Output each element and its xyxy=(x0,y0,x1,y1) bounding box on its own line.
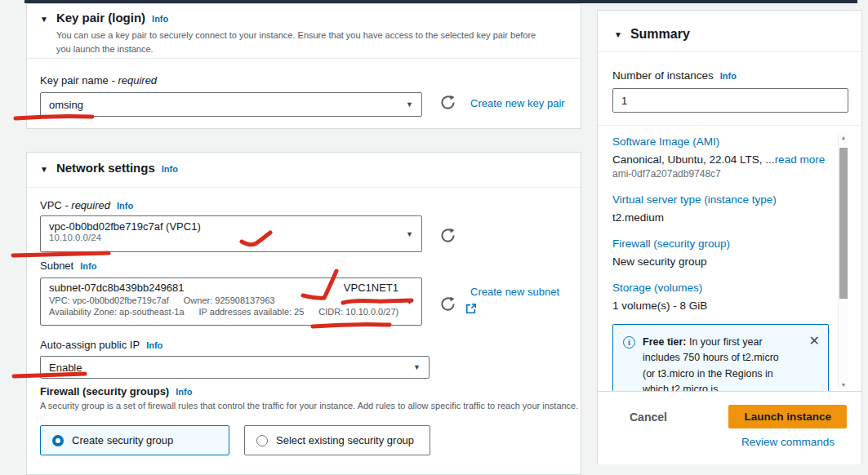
info-icon: i xyxy=(623,336,635,348)
divider xyxy=(27,187,581,188)
subnet-meta-row2: Availability Zone: ap-southeast-1aIP add… xyxy=(49,307,421,317)
subnet-id: subnet-07dc8b439bb249681 xyxy=(49,282,185,294)
divider xyxy=(27,58,581,59)
create-security-group-label: Create security group xyxy=(72,434,173,446)
summary-scrollbar[interactable]: ▲ ▼ xyxy=(838,133,848,389)
ami-value: Canonical, Ubuntu, 22.04 LTS, ...read mo… xyxy=(612,153,829,166)
key-pair-title: Key pair (login) xyxy=(56,11,145,24)
scrollbar-thumb[interactable] xyxy=(839,148,848,299)
create-new-key-pair-link[interactable]: Create new key pair xyxy=(470,97,565,109)
firewall-description: A security group is a set of firewall ru… xyxy=(40,399,579,413)
vpc-cidr: 10.10.0.0/24 xyxy=(49,233,421,242)
auto-assign-ip-select[interactable]: Enable ▼ xyxy=(40,356,430,379)
read-more-link[interactable]: read more xyxy=(775,153,826,166)
network-settings-info-link[interactable]: Info xyxy=(162,164,178,174)
collapse-triangle-icon[interactable]: ▼ xyxy=(614,30,622,39)
external-link-icon[interactable] xyxy=(465,303,477,317)
key-pair-info-link[interactable]: Info xyxy=(152,14,168,24)
key-pair-name-label: Key pair name - required xyxy=(40,74,157,87)
key-pair-section: ▼Key pair (login)Info You can use a key … xyxy=(26,3,581,129)
chevron-down-icon: ▼ xyxy=(406,230,413,238)
create-new-subnet-link[interactable]: Create new subnet xyxy=(470,286,559,298)
key-pair-selected-value: omsing xyxy=(49,99,83,111)
radio-selected-icon xyxy=(52,435,64,446)
ami-id: ami-0df7a207adb9748c7 xyxy=(612,168,829,180)
key-pair-select[interactable]: omsing ▼ xyxy=(40,92,422,117)
firewall-summary-value: New security group xyxy=(612,255,829,268)
summary-scroll-area: Software Image (AMI) Canonical, Ubuntu, … xyxy=(598,127,861,391)
storage-value: 1 volume(s) - 8 GiB xyxy=(612,300,829,312)
key-pair-description: You can use a key pair to securely conne… xyxy=(56,29,540,56)
firewall-summary-link[interactable]: Firewall (security group) xyxy=(612,238,829,250)
collapse-triangle-icon[interactable]: ▼ xyxy=(40,15,48,24)
launch-instance-button[interactable]: Launch instance xyxy=(728,405,847,428)
scrollbar-up-icon[interactable]: ▲ xyxy=(839,135,848,140)
subnet-label: SubnetInfo xyxy=(40,260,96,272)
collapse-triangle-icon[interactable]: ▼ xyxy=(40,165,48,174)
subnet-info-link[interactable]: Info xyxy=(80,261,96,271)
subnet-name: VPC1NET1 xyxy=(344,282,398,294)
auto-assign-ip-label: Auto-assign public IPInfo xyxy=(40,339,162,351)
summary-footer: Cancel Launch instance Review commands xyxy=(598,391,861,464)
summary-title: Summary xyxy=(630,27,690,42)
select-existing-security-group-label: Select existing security group xyxy=(276,434,414,446)
instances-info-link[interactable]: Info xyxy=(720,71,737,81)
refresh-key-pairs-icon[interactable] xyxy=(440,95,456,111)
firewall-info-link[interactable]: Info xyxy=(176,387,192,397)
storage-link[interactable]: Storage (volumes) xyxy=(612,282,829,294)
number-of-instances-input[interactable] xyxy=(612,88,848,113)
chevron-down-icon: ▼ xyxy=(406,100,413,109)
number-of-instances-label: Number of instancesInfo xyxy=(612,69,737,82)
chevron-down-icon: ▼ xyxy=(406,298,413,306)
cancel-button[interactable]: Cancel xyxy=(630,411,667,424)
free-tier-text: Free tier: In your first year includes 7… xyxy=(643,335,788,391)
free-tier-alert: i Free tier: In your first year includes… xyxy=(612,324,829,391)
firewall-label: Firewall (security groups)Info xyxy=(40,385,192,397)
subnet-meta-row1: VPC: vpc-0b0bd02fbe719c7afOwner: 9259081… xyxy=(49,295,421,305)
refresh-vpc-icon[interactable] xyxy=(440,228,456,244)
summary-panel: ▼Summary Number of instancesInfo Softwar… xyxy=(597,10,862,464)
radio-unselected-icon xyxy=(256,435,268,446)
vpc-label: VPC - requiredInfo xyxy=(40,199,133,211)
network-settings-section: ▼Network settingsInfo VPC - requiredInfo… xyxy=(26,152,581,475)
vpc-selected-value: vpc-0b0bd02fbe719c7af (VPC1) xyxy=(49,220,421,233)
ami-link[interactable]: Software Image (AMI) xyxy=(612,135,829,148)
create-security-group-option[interactable]: Create security group xyxy=(40,425,229,455)
refresh-subnet-icon[interactable] xyxy=(440,296,456,313)
review-commands-link[interactable]: Review commands xyxy=(741,436,835,448)
select-existing-security-group-option[interactable]: Select existing security group xyxy=(244,425,430,455)
vpc-select[interactable]: vpc-0b0bd02fbe719c7af (VPC1) 10.10.0.0/2… xyxy=(40,215,422,252)
scrollbar-down-icon[interactable]: ▼ xyxy=(839,382,848,388)
chevron-down-icon: ▼ xyxy=(413,363,421,371)
network-settings-title: Network settings xyxy=(56,161,155,175)
subnet-select[interactable]: subnet-07dc8b439bb249681 VPC1NET1 VPC: v… xyxy=(40,277,422,326)
divider xyxy=(598,125,861,126)
auto-assign-selected-value: Enable xyxy=(49,362,82,374)
instance-type-value: t2.medium xyxy=(612,211,829,224)
auto-assign-info-link[interactable]: Info xyxy=(146,340,162,350)
vpc-info-link[interactable]: Info xyxy=(117,201,133,211)
close-icon[interactable]: ✕ xyxy=(809,335,820,391)
divider xyxy=(598,51,861,52)
instance-type-link[interactable]: Virtual server type (instance type) xyxy=(612,193,829,206)
